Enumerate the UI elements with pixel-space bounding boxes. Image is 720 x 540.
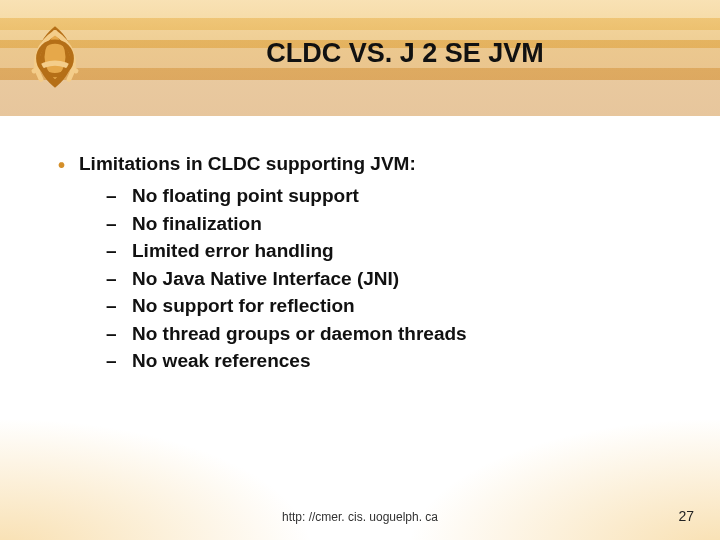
sub-bullet-text: No floating point support — [132, 182, 359, 210]
dash-icon: – — [106, 182, 120, 210]
header-band — [0, 68, 720, 116]
sub-bullet-list: – No floating point support – No finaliz… — [106, 182, 680, 375]
dash-icon: – — [106, 210, 120, 238]
slide-body: • Limitations in CLDC supporting JVM: – … — [58, 150, 680, 375]
sub-bullet-text: No finalization — [132, 210, 262, 238]
page-number: 27 — [678, 508, 694, 524]
dash-icon: – — [106, 237, 120, 265]
sub-bullet-item: – No support for reflection — [106, 292, 680, 320]
bullet-dot-icon: • — [58, 151, 65, 180]
dash-icon: – — [106, 320, 120, 348]
sub-bullet-text: No weak references — [132, 347, 311, 375]
sub-bullet-item: – Limited error handling — [106, 237, 680, 265]
sub-bullet-item: – No floating point support — [106, 182, 680, 210]
dash-icon: – — [106, 292, 120, 320]
triquetra-knot-icon — [20, 22, 90, 92]
sub-bullet-text: No support for reflection — [132, 292, 355, 320]
sub-bullet-item: – No weak references — [106, 347, 680, 375]
bullet-item: • Limitations in CLDC supporting JVM: — [58, 150, 680, 180]
bullet-text: Limitations in CLDC supporting JVM: — [79, 150, 416, 178]
sub-bullet-text: No thread groups or daemon threads — [132, 320, 467, 348]
sub-bullet-item: – No Java Native Interface (JNI) — [106, 265, 680, 293]
sub-bullet-item: – No thread groups or daemon threads — [106, 320, 680, 348]
sub-bullet-text: No Java Native Interface (JNI) — [132, 265, 399, 293]
dash-icon: – — [106, 265, 120, 293]
dash-icon: – — [106, 347, 120, 375]
slide: CLDC VS. J 2 SE JVM • Limitations in CLD… — [0, 0, 720, 540]
sub-bullet-text: Limited error handling — [132, 237, 334, 265]
footer-url: http: //cmer. cis. uoguelph. ca — [0, 510, 720, 524]
sub-bullet-item: – No finalization — [106, 210, 680, 238]
slide-title: CLDC VS. J 2 SE JVM — [110, 38, 700, 69]
